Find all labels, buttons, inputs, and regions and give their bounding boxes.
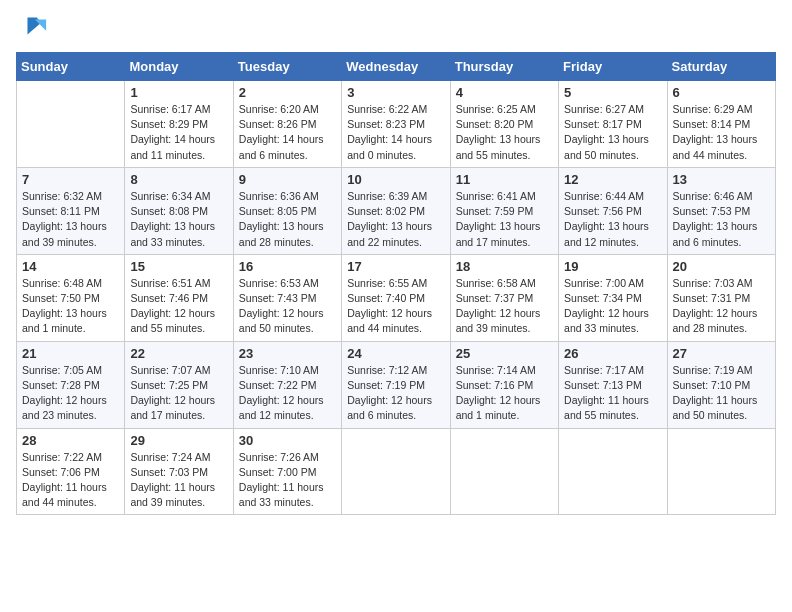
day-info: Sunrise: 6:25 AMSunset: 8:20 PMDaylight:… <box>456 102 553 163</box>
day-number: 20 <box>673 259 770 274</box>
calendar-cell <box>559 428 667 515</box>
weekday-header: Saturday <box>667 53 775 81</box>
logo-icon <box>20 12 48 40</box>
calendar-cell <box>667 428 775 515</box>
day-number: 29 <box>130 433 227 448</box>
day-info: Sunrise: 7:05 AMSunset: 7:28 PMDaylight:… <box>22 363 119 424</box>
day-number: 22 <box>130 346 227 361</box>
calendar-cell: 2Sunrise: 6:20 AMSunset: 8:26 PMDaylight… <box>233 81 341 168</box>
day-info: Sunrise: 6:51 AMSunset: 7:46 PMDaylight:… <box>130 276 227 337</box>
calendar-cell: 8Sunrise: 6:34 AMSunset: 8:08 PMDaylight… <box>125 167 233 254</box>
day-info: Sunrise: 7:14 AMSunset: 7:16 PMDaylight:… <box>456 363 553 424</box>
day-number: 13 <box>673 172 770 187</box>
day-info: Sunrise: 6:17 AMSunset: 8:29 PMDaylight:… <box>130 102 227 163</box>
calendar-cell: 22Sunrise: 7:07 AMSunset: 7:25 PMDayligh… <box>125 341 233 428</box>
weekday-header: Friday <box>559 53 667 81</box>
calendar-cell: 30Sunrise: 7:26 AMSunset: 7:00 PMDayligh… <box>233 428 341 515</box>
day-info: Sunrise: 6:32 AMSunset: 8:11 PMDaylight:… <box>22 189 119 250</box>
day-info: Sunrise: 6:48 AMSunset: 7:50 PMDaylight:… <box>22 276 119 337</box>
day-info: Sunrise: 6:39 AMSunset: 8:02 PMDaylight:… <box>347 189 444 250</box>
weekday-header: Thursday <box>450 53 558 81</box>
day-info: Sunrise: 7:24 AMSunset: 7:03 PMDaylight:… <box>130 450 227 511</box>
calendar-cell: 3Sunrise: 6:22 AMSunset: 8:23 PMDaylight… <box>342 81 450 168</box>
day-info: Sunrise: 6:58 AMSunset: 7:37 PMDaylight:… <box>456 276 553 337</box>
day-number: 2 <box>239 85 336 100</box>
calendar-cell: 15Sunrise: 6:51 AMSunset: 7:46 PMDayligh… <box>125 254 233 341</box>
day-info: Sunrise: 7:19 AMSunset: 7:10 PMDaylight:… <box>673 363 770 424</box>
day-number: 1 <box>130 85 227 100</box>
day-info: Sunrise: 6:46 AMSunset: 7:53 PMDaylight:… <box>673 189 770 250</box>
calendar-cell: 20Sunrise: 7:03 AMSunset: 7:31 PMDayligh… <box>667 254 775 341</box>
calendar-cell: 21Sunrise: 7:05 AMSunset: 7:28 PMDayligh… <box>17 341 125 428</box>
day-number: 28 <box>22 433 119 448</box>
weekday-header: Wednesday <box>342 53 450 81</box>
calendar-cell: 6Sunrise: 6:29 AMSunset: 8:14 PMDaylight… <box>667 81 775 168</box>
calendar-cell: 5Sunrise: 6:27 AMSunset: 8:17 PMDaylight… <box>559 81 667 168</box>
day-info: Sunrise: 7:26 AMSunset: 7:00 PMDaylight:… <box>239 450 336 511</box>
calendar-cell: 11Sunrise: 6:41 AMSunset: 7:59 PMDayligh… <box>450 167 558 254</box>
day-number: 18 <box>456 259 553 274</box>
day-info: Sunrise: 6:55 AMSunset: 7:40 PMDaylight:… <box>347 276 444 337</box>
day-info: Sunrise: 7:03 AMSunset: 7:31 PMDaylight:… <box>673 276 770 337</box>
day-info: Sunrise: 6:27 AMSunset: 8:17 PMDaylight:… <box>564 102 661 163</box>
day-number: 14 <box>22 259 119 274</box>
day-number: 3 <box>347 85 444 100</box>
day-number: 8 <box>130 172 227 187</box>
day-info: Sunrise: 7:07 AMSunset: 7:25 PMDaylight:… <box>130 363 227 424</box>
day-number: 15 <box>130 259 227 274</box>
calendar-cell: 19Sunrise: 7:00 AMSunset: 7:34 PMDayligh… <box>559 254 667 341</box>
day-number: 7 <box>22 172 119 187</box>
calendar-cell: 24Sunrise: 7:12 AMSunset: 7:19 PMDayligh… <box>342 341 450 428</box>
day-info: Sunrise: 7:22 AMSunset: 7:06 PMDaylight:… <box>22 450 119 511</box>
day-number: 25 <box>456 346 553 361</box>
calendar-cell: 10Sunrise: 6:39 AMSunset: 8:02 PMDayligh… <box>342 167 450 254</box>
calendar-cell: 27Sunrise: 7:19 AMSunset: 7:10 PMDayligh… <box>667 341 775 428</box>
weekday-header: Tuesday <box>233 53 341 81</box>
logo <box>16 16 48 40</box>
weekday-header: Sunday <box>17 53 125 81</box>
day-info: Sunrise: 6:44 AMSunset: 7:56 PMDaylight:… <box>564 189 661 250</box>
calendar-cell <box>450 428 558 515</box>
calendar-cell: 12Sunrise: 6:44 AMSunset: 7:56 PMDayligh… <box>559 167 667 254</box>
calendar-cell: 9Sunrise: 6:36 AMSunset: 8:05 PMDaylight… <box>233 167 341 254</box>
calendar: SundayMondayTuesdayWednesdayThursdayFrid… <box>16 52 776 515</box>
day-info: Sunrise: 7:12 AMSunset: 7:19 PMDaylight:… <box>347 363 444 424</box>
day-info: Sunrise: 7:00 AMSunset: 7:34 PMDaylight:… <box>564 276 661 337</box>
day-number: 12 <box>564 172 661 187</box>
calendar-cell: 18Sunrise: 6:58 AMSunset: 7:37 PMDayligh… <box>450 254 558 341</box>
calendar-cell: 26Sunrise: 7:17 AMSunset: 7:13 PMDayligh… <box>559 341 667 428</box>
calendar-cell: 17Sunrise: 6:55 AMSunset: 7:40 PMDayligh… <box>342 254 450 341</box>
day-info: Sunrise: 6:36 AMSunset: 8:05 PMDaylight:… <box>239 189 336 250</box>
day-info: Sunrise: 6:29 AMSunset: 8:14 PMDaylight:… <box>673 102 770 163</box>
day-number: 19 <box>564 259 661 274</box>
calendar-cell <box>342 428 450 515</box>
day-number: 27 <box>673 346 770 361</box>
day-number: 4 <box>456 85 553 100</box>
weekday-header: Monday <box>125 53 233 81</box>
calendar-cell: 25Sunrise: 7:14 AMSunset: 7:16 PMDayligh… <box>450 341 558 428</box>
calendar-cell: 23Sunrise: 7:10 AMSunset: 7:22 PMDayligh… <box>233 341 341 428</box>
day-number: 16 <box>239 259 336 274</box>
calendar-cell: 7Sunrise: 6:32 AMSunset: 8:11 PMDaylight… <box>17 167 125 254</box>
day-info: Sunrise: 6:53 AMSunset: 7:43 PMDaylight:… <box>239 276 336 337</box>
day-number: 10 <box>347 172 444 187</box>
day-number: 21 <box>22 346 119 361</box>
day-number: 26 <box>564 346 661 361</box>
day-info: Sunrise: 6:34 AMSunset: 8:08 PMDaylight:… <box>130 189 227 250</box>
calendar-cell: 14Sunrise: 6:48 AMSunset: 7:50 PMDayligh… <box>17 254 125 341</box>
day-number: 6 <box>673 85 770 100</box>
day-number: 17 <box>347 259 444 274</box>
day-number: 24 <box>347 346 444 361</box>
calendar-cell <box>17 81 125 168</box>
calendar-cell: 16Sunrise: 6:53 AMSunset: 7:43 PMDayligh… <box>233 254 341 341</box>
calendar-cell: 4Sunrise: 6:25 AMSunset: 8:20 PMDaylight… <box>450 81 558 168</box>
calendar-cell: 1Sunrise: 6:17 AMSunset: 8:29 PMDaylight… <box>125 81 233 168</box>
day-info: Sunrise: 6:22 AMSunset: 8:23 PMDaylight:… <box>347 102 444 163</box>
calendar-cell: 28Sunrise: 7:22 AMSunset: 7:06 PMDayligh… <box>17 428 125 515</box>
page-header <box>16 16 776 40</box>
calendar-cell: 29Sunrise: 7:24 AMSunset: 7:03 PMDayligh… <box>125 428 233 515</box>
day-info: Sunrise: 6:41 AMSunset: 7:59 PMDaylight:… <box>456 189 553 250</box>
day-number: 11 <box>456 172 553 187</box>
day-info: Sunrise: 6:20 AMSunset: 8:26 PMDaylight:… <box>239 102 336 163</box>
day-number: 23 <box>239 346 336 361</box>
